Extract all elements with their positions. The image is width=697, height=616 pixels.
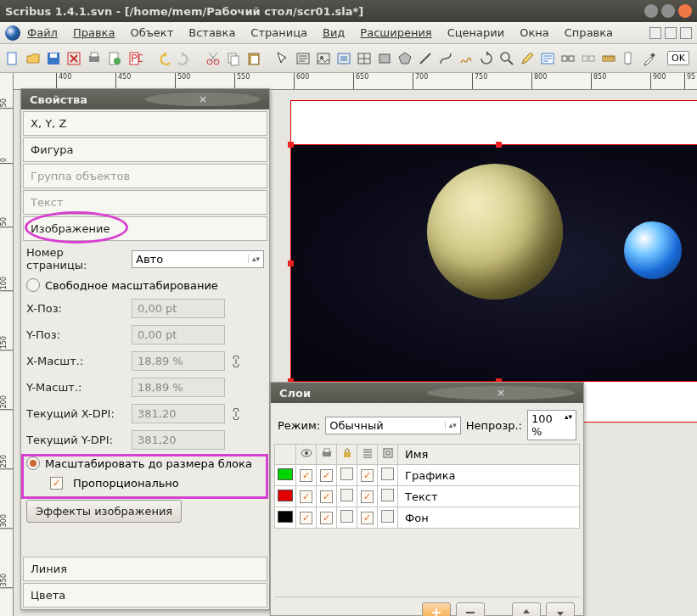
layer-row[interactable]: Графика (275, 465, 580, 486)
save-icon[interactable] (46, 49, 61, 68)
menu-view[interactable]: Вид (323, 26, 345, 39)
layer-name[interactable]: Графика (398, 465, 580, 486)
layer-print-checkbox[interactable] (320, 469, 333, 482)
layer-outline-checkbox[interactable] (381, 468, 394, 480)
link-icon[interactable] (230, 356, 242, 367)
layer-flow-checkbox[interactable] (361, 490, 374, 503)
layer-flow-checkbox[interactable] (361, 469, 374, 482)
pdf-export-icon[interactable]: PDF (127, 49, 143, 68)
cut-icon[interactable] (205, 49, 221, 68)
copy-props-icon[interactable] (621, 49, 637, 68)
resize-handle[interactable] (288, 142, 294, 148)
menu-insert[interactable]: Вставка (188, 26, 235, 39)
layer-color-swatch[interactable] (278, 511, 293, 523)
layer-visible-checkbox[interactable] (300, 469, 312, 482)
selected-image-frame[interactable] (290, 144, 697, 382)
measure-icon[interactable] (601, 49, 616, 68)
layer-row[interactable]: Текст (275, 486, 580, 507)
layer-name[interactable]: Текст (398, 486, 580, 507)
window-maximize-button[interactable] (661, 4, 675, 18)
mdi-close-icon[interactable] (680, 27, 692, 39)
tab-group[interactable]: Группа объектов (23, 164, 267, 188)
menu-edit[interactable]: Правка (73, 26, 115, 39)
delete-layer-button[interactable] (456, 602, 485, 616)
layer-visible-checkbox[interactable] (300, 490, 312, 503)
xdpi-input[interactable]: 381,20 (132, 404, 225, 423)
layer-outline-checkbox[interactable] (381, 510, 394, 523)
ydpi-input[interactable]: 381,20 (132, 430, 225, 450)
tab-line[interactable]: Линия (23, 557, 267, 581)
opacity-input[interactable]: 100 %▴▾ (527, 410, 576, 440)
tab-text[interactable]: Текст (23, 190, 267, 215)
image-frame-icon[interactable] (316, 49, 331, 68)
layer-name[interactable]: Фон (398, 507, 580, 529)
menu-file[interactable]: Файл (27, 26, 58, 39)
layer-flow-checkbox[interactable] (361, 512, 374, 524)
page-num-select[interactable]: Авто▴▾ (132, 250, 264, 268)
layer-color-swatch[interactable] (278, 468, 293, 480)
ypos-input[interactable]: 0,00 pt (132, 325, 225, 344)
line-icon[interactable] (418, 49, 433, 68)
properties-panel-title[interactable]: Свойства × (21, 89, 269, 109)
table-icon[interactable] (357, 49, 372, 68)
open-icon[interactable] (25, 49, 41, 68)
copy-icon[interactable] (226, 49, 241, 68)
image-effects-button[interactable]: Эффекты изображения (26, 500, 182, 523)
raise-layer-button[interactable] (512, 602, 541, 616)
layer-visible-checkbox[interactable] (300, 512, 312, 524)
menu-object[interactable]: Объект (130, 26, 173, 39)
resize-handle[interactable] (496, 142, 502, 148)
undo-icon[interactable] (156, 49, 171, 68)
shape-icon[interactable] (377, 49, 392, 68)
ok-button[interactable]: OK (667, 51, 689, 65)
menu-help[interactable]: Справка (565, 26, 613, 39)
close-icon[interactable] (66, 49, 82, 68)
polygon-icon[interactable] (397, 49, 413, 68)
freehand-icon[interactable] (458, 49, 474, 68)
select-tool-icon[interactable] (275, 49, 290, 68)
layers-panel-title[interactable]: Слои × (271, 383, 583, 403)
mdi-restore-icon[interactable] (665, 27, 677, 39)
xscale-input[interactable]: 18,89 % (132, 351, 225, 371)
eyedropper-icon[interactable] (642, 49, 657, 68)
render-frame-icon[interactable] (336, 49, 351, 68)
yscale-input[interactable]: 18,89 % (132, 378, 225, 397)
layer-lock-checkbox[interactable] (340, 489, 353, 501)
panel-close-icon[interactable]: × (145, 92, 261, 106)
mdi-min-icon[interactable] (649, 27, 661, 39)
menu-windows[interactable]: Окна (520, 26, 549, 39)
free-scale-radio[interactable] (26, 278, 40, 292)
story-editor-icon[interactable] (540, 49, 555, 68)
window-minimize-button[interactable] (644, 4, 658, 18)
tab-colors[interactable]: Цвета (23, 583, 267, 608)
panel-close-icon[interactable]: × (427, 386, 575, 400)
xpos-input[interactable]: 0,00 pt (132, 299, 225, 318)
layer-outline-checkbox[interactable] (381, 489, 394, 501)
layer-print-checkbox[interactable] (320, 512, 333, 524)
menu-extensions[interactable]: Расширения (360, 26, 431, 39)
redo-icon[interactable] (177, 49, 192, 68)
bezier-icon[interactable] (438, 49, 453, 68)
layer-lock-checkbox[interactable] (340, 468, 353, 480)
print-icon[interactable] (87, 49, 102, 68)
scale-to-frame-radio[interactable] (26, 456, 40, 470)
layer-color-swatch[interactable] (278, 490, 293, 501)
link-icon[interactable] (230, 408, 242, 420)
lower-layer-button[interactable] (546, 602, 575, 616)
tab-shape[interactable]: Фигура (23, 137, 267, 162)
add-layer-button[interactable] (422, 602, 451, 616)
proportional-checkbox[interactable] (50, 477, 63, 490)
layer-lock-checkbox[interactable] (340, 510, 353, 523)
new-icon[interactable] (5, 49, 20, 68)
paste-icon[interactable] (246, 49, 261, 68)
menu-page[interactable]: Страница (250, 26, 307, 39)
unlink-frames-icon[interactable] (581, 49, 596, 68)
tab-image[interactable]: Изображение (23, 216, 267, 241)
resize-handle[interactable] (288, 260, 294, 266)
blend-mode-select[interactable]: Обычный▴▾ (325, 417, 461, 434)
text-frame-icon[interactable] (295, 49, 311, 68)
layer-print-checkbox[interactable] (320, 490, 333, 503)
preflight-icon[interactable] (107, 49, 122, 68)
rotate-icon[interactable] (479, 49, 494, 68)
tab-xyz[interactable]: X, Y, Z (23, 111, 267, 136)
